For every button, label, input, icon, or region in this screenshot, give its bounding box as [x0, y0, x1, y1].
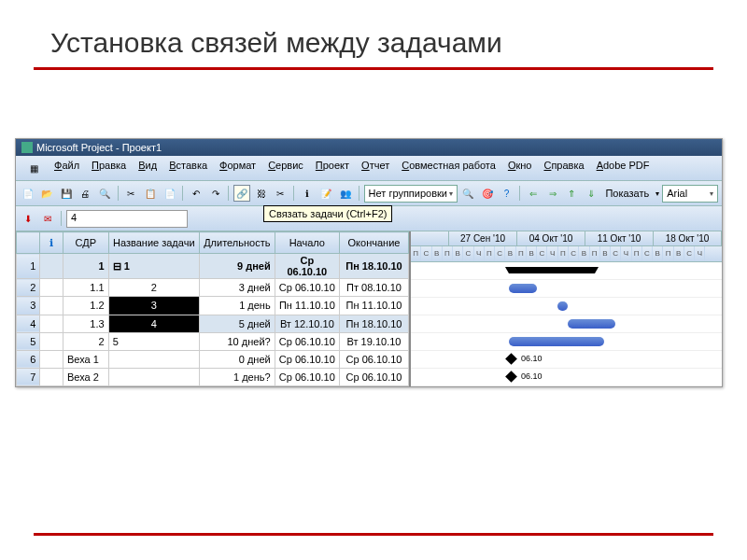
- task-bar[interactable]: [509, 337, 604, 346]
- title-underline: [34, 67, 713, 70]
- gantt-row: 06.10: [411, 351, 722, 369]
- window-titlebar[interactable]: Microsoft Project - Проект1: [16, 139, 722, 156]
- link-tasks-icon[interactable]: 🔗: [233, 185, 250, 202]
- group-combo[interactable]: Нет группировки: [364, 185, 458, 203]
- toolbar-standard: 📄 📂 💾 🖨 🔍 ✂ 📋 📄 ↶ ↷ 🔗 ⛓ ✂ ℹ 📝 👥 Нет груп…: [16, 181, 722, 206]
- preview-icon[interactable]: 🔍: [96, 185, 113, 202]
- col-end[interactable]: Окончание: [339, 232, 408, 254]
- menu-file[interactable]: Файл: [49, 158, 85, 178]
- table-row[interactable]: 6Веха 10 днейСр 06.10.10Ср 06.10.10: [17, 350, 409, 368]
- info-icon[interactable]: ℹ: [299, 185, 316, 202]
- open-icon[interactable]: 📂: [39, 185, 56, 202]
- milestone-label: 06.10: [521, 354, 543, 363]
- gantt-row: [411, 298, 722, 315]
- font-combo[interactable]: Arial: [662, 185, 718, 203]
- col-name[interactable]: Название задачи: [108, 232, 199, 254]
- day-cell: В: [579, 246, 589, 261]
- arrow-up-icon[interactable]: ⇑: [563, 185, 580, 202]
- window-title: Microsoft Project - Проект1: [36, 142, 162, 153]
- day-cell: Ч: [621, 246, 631, 261]
- undo-icon[interactable]: ↶: [188, 185, 204, 202]
- arrow-down-icon[interactable]: ⇓: [583, 185, 599, 202]
- gantt-timescale-top: 27 Сен '10 04 Окт '10 11 Окт '10 18 Окт …: [411, 231, 722, 246]
- day-cell: С: [611, 246, 621, 261]
- col-duration[interactable]: Длительность: [199, 232, 275, 254]
- col-sdr[interactable]: СДР: [63, 232, 108, 254]
- goto-icon[interactable]: 🎯: [479, 185, 496, 202]
- link-tooltip: Связать задачи (Ctrl+F2): [263, 205, 392, 222]
- day-cell: С: [463, 246, 473, 261]
- show-button[interactable]: Показать: [601, 188, 653, 199]
- milestone-icon[interactable]: [505, 353, 517, 365]
- unlink-tasks-icon[interactable]: ⛓: [253, 185, 270, 202]
- save-icon[interactable]: 💾: [58, 185, 75, 202]
- zoom-icon[interactable]: 🔍: [460, 185, 477, 202]
- col-rownum[interactable]: [17, 232, 40, 254]
- gantt-chart[interactable]: 27 Сен '10 04 Окт '10 11 Окт '10 18 Окт …: [409, 231, 722, 386]
- menu-edit[interactable]: Правка: [86, 158, 132, 178]
- menu-project[interactable]: Проект: [310, 158, 355, 178]
- split-icon[interactable]: ✂: [272, 185, 289, 202]
- gantt-timescale-days: ПСВПВСЧПСВПВСЧПСВПВСЧПСВПВСЧ: [411, 246, 722, 262]
- gantt-row: [411, 280, 722, 298]
- help-icon[interactable]: ?: [499, 185, 515, 202]
- arrow-right-icon[interactable]: ⇒: [544, 185, 561, 202]
- assign-icon[interactable]: 👥: [337, 185, 354, 202]
- control-icon[interactable]: ▦: [20, 158, 48, 178]
- ms-project-window: Microsoft Project - Проект1 ▦ Файл Правк…: [15, 138, 723, 387]
- menu-collab[interactable]: Совместная работа: [396, 158, 501, 178]
- table-row[interactable]: 21.123 днейСр 06.10.10Пт 08.10.10: [17, 279, 409, 297]
- table-row[interactable]: 31.231 деньПн 11.10.10Пн 11.10.10: [17, 297, 409, 315]
- week-label: 18 Окт '10: [654, 231, 722, 245]
- day-cell: В: [653, 246, 663, 261]
- day-cell: С: [569, 246, 579, 261]
- separator: [359, 186, 359, 201]
- day-cell: Ч: [547, 246, 557, 261]
- table-row[interactable]: 41.345 днейВт 12.10.10Пн 18.10.10: [17, 315, 409, 332]
- task-table[interactable]: ℹ СДР Название задачи Длительность Начал…: [16, 231, 409, 386]
- day-cell: П: [516, 246, 527, 261]
- copy-icon[interactable]: 📋: [142, 185, 159, 202]
- menu-bar: ▦ Файл Правка Вид Вставка Формат Сервис …: [16, 156, 722, 181]
- menu-help[interactable]: Справка: [538, 158, 589, 178]
- table-row[interactable]: 52510 дней?Ср 06.10.10Вт 19.10.10: [17, 332, 409, 350]
- menu-tools[interactable]: Сервис: [262, 158, 309, 178]
- day-cell: П: [485, 246, 495, 261]
- col-info[interactable]: ℹ: [40, 232, 63, 254]
- menu-report[interactable]: Отчет: [356, 158, 395, 178]
- footer-line: [34, 533, 713, 536]
- main-split: ℹ СДР Название задачи Длительность Начал…: [16, 231, 722, 386]
- day-cell: С: [537, 246, 547, 261]
- notes-icon[interactable]: 📝: [318, 185, 335, 202]
- task-bar[interactable]: [568, 319, 615, 329]
- arrow-left-icon[interactable]: ⇐: [525, 185, 542, 202]
- menu-window[interactable]: Окно: [502, 158, 538, 178]
- day-cell: В: [527, 246, 537, 261]
- cut-icon[interactable]: ✂: [123, 185, 140, 202]
- table-row[interactable]: 7Веха 21 день?Ср 06.10.10Ср 06.10.10: [17, 368, 409, 385]
- menu-view[interactable]: Вид: [133, 158, 162, 178]
- toolbar-pdf: ⬇ ✉ 4 Связать задачи (Ctrl+F2): [16, 206, 722, 231]
- day-cell: П: [590, 246, 600, 261]
- day-cell: П: [632, 246, 642, 261]
- new-icon[interactable]: 📄: [20, 185, 36, 202]
- milestone-icon[interactable]: [505, 371, 517, 383]
- formula-bar[interactable]: 4: [66, 210, 188, 228]
- day-cell: С: [642, 246, 653, 261]
- day-cell: В: [505, 246, 515, 261]
- day-cell: С: [684, 246, 695, 261]
- menu-format[interactable]: Формат: [214, 158, 261, 178]
- task-bar[interactable]: [557, 301, 568, 311]
- task-bar[interactable]: [509, 284, 537, 293]
- pdf-icon[interactable]: ⬇: [20, 210, 36, 227]
- table-row[interactable]: 11⊟ 19 днейСр 06.10.10Пн 18.10.10: [17, 254, 409, 279]
- col-start[interactable]: Начало: [275, 232, 339, 254]
- pdf-mail-icon[interactable]: ✉: [39, 210, 56, 227]
- menu-insert[interactable]: Вставка: [163, 158, 213, 178]
- menu-adobe[interactable]: Adobe PDF: [591, 158, 655, 178]
- day-cell: В: [453, 246, 463, 261]
- separator: [61, 211, 62, 226]
- print-icon[interactable]: 🖨: [78, 185, 94, 202]
- redo-icon[interactable]: ↷: [207, 185, 224, 202]
- paste-icon[interactable]: 📄: [162, 185, 178, 202]
